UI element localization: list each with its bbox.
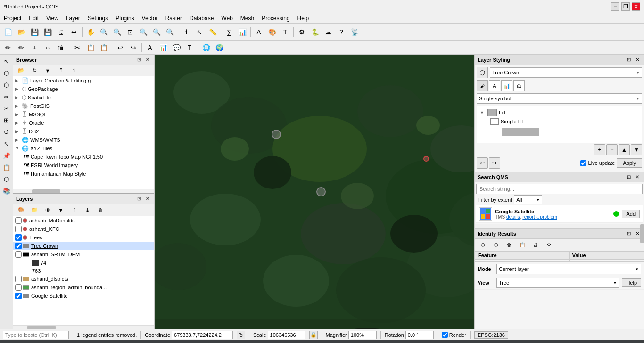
remove-symbol-button[interactable]: −: [606, 144, 618, 155]
layer-tool[interactable]: 📚: [1, 185, 12, 196]
browser-float-button[interactable]: ⊡: [135, 56, 143, 64]
text-annot-button[interactable]: T: [279, 26, 291, 38]
fill-color-swatch[interactable]: [502, 128, 539, 136]
simple-fill-row[interactable]: Simple fill: [479, 117, 640, 126]
browser-item-mssql[interactable]: ▶ 🗄 MSSQL: [13, 110, 154, 119]
identify-print-button[interactable]: 🖨: [529, 239, 542, 251]
open-layer-styling-button[interactable]: 🎨: [15, 204, 27, 216]
browser-refresh-button[interactable]: ↻: [28, 65, 41, 77]
identify-copy-button[interactable]: 📋: [516, 239, 528, 251]
open-stats-button[interactable]: 📊: [236, 26, 248, 38]
open-field-calc-button[interactable]: ∑: [223, 26, 235, 38]
close-button[interactable]: ✕: [632, 2, 640, 11]
measure-button[interactable]: 📏: [206, 26, 219, 38]
epsg-button[interactable]: EPSG:2136: [474, 331, 508, 339]
digitize-button[interactable]: ✏: [15, 41, 27, 54]
browser-item-db2[interactable]: ▶ 🗄 DB2: [13, 127, 154, 136]
menu-mesh[interactable]: Mesh: [237, 13, 258, 23]
layer-checkbox-tree-crown[interactable]: [15, 243, 22, 249]
zoom-in-button[interactable]: 🔍: [98, 26, 110, 38]
style-redo-button[interactable]: ↪: [489, 157, 500, 169]
browser-add-layer-button[interactable]: 📂: [15, 65, 27, 77]
locate-input[interactable]: [3, 331, 69, 339]
layer-checkbox-mcdonalds[interactable]: [15, 217, 22, 224]
diagram-button[interactable]: 📊: [157, 41, 169, 54]
qms-add-button[interactable]: Add: [622, 210, 640, 218]
minimize-button[interactable]: −: [611, 2, 619, 11]
annot-button[interactable]: 💬: [170, 41, 182, 54]
menu-view[interactable]: View: [42, 13, 62, 23]
layer-item-tree-crown[interactable]: Tree Crown: [13, 242, 154, 250]
search-qms-close-button[interactable]: ✕: [634, 173, 641, 181]
move-feature-button[interactable]: ↔: [41, 41, 54, 54]
layer-checkbox-region[interactable]: [15, 284, 22, 291]
search-qms-float-button[interactable]: ⊡: [625, 173, 633, 181]
save-project-button[interactable]: 💾: [28, 26, 41, 38]
zoom-native-button[interactable]: 🔍: [164, 26, 176, 38]
collapse-all-button[interactable]: ⤓: [81, 204, 93, 216]
plugin-installer-button[interactable]: ⚙: [296, 26, 308, 38]
brush-icon[interactable]: 🖌: [477, 80, 488, 91]
browser-close-button[interactable]: ✕: [144, 56, 151, 64]
new-project-button[interactable]: 📄: [2, 26, 14, 38]
view-combo[interactable]: Tree ▼: [496, 278, 619, 288]
rotation-input[interactable]: [405, 331, 434, 339]
renderer-combo[interactable]: Single symbol ▼: [477, 93, 642, 104]
add-feature-button[interactable]: +: [28, 41, 41, 54]
scale-tool[interactable]: ⤡: [1, 138, 12, 149]
browser-item-capetown[interactable]: 🗺 Cape Town Topo Map NGI 1:50: [13, 153, 154, 161]
render-checkbox[interactable]: [442, 332, 448, 338]
browser-item-esri[interactable]: 🗺 ESRI World Imagery: [13, 161, 154, 170]
up-symbol-button[interactable]: ▲: [619, 144, 630, 155]
browser-item-wms[interactable]: ▶ 🌐 WMS/WMTS: [13, 136, 154, 144]
undo-button[interactable]: ↩: [68, 26, 80, 38]
menu-vector[interactable]: Vector: [138, 13, 162, 23]
source-styling-icon[interactable]: 🗂: [513, 80, 525, 91]
qgis-cloud-button[interactable]: ☁: [322, 26, 334, 38]
help-button[interactable]: Help: [622, 278, 641, 287]
browser-item-humanitarian[interactable]: 🗺 Humanitarian Map Style: [13, 170, 154, 178]
search-qms-input[interactable]: [476, 184, 643, 194]
identify-button[interactable]: ℹ: [180, 26, 192, 38]
zoom-layer-button[interactable]: 🔍: [137, 26, 149, 38]
browser-info-button[interactable]: ℹ: [68, 65, 80, 77]
globe-button[interactable]: 🌐: [200, 41, 212, 54]
layer-checkbox-kfc[interactable]: [15, 226, 22, 232]
menu-edit[interactable]: Edit: [25, 13, 42, 23]
layers-float-button[interactable]: ⊡: [135, 195, 143, 203]
layer-item-trees[interactable]: Trees: [13, 233, 154, 242]
browser-item-layer-creation[interactable]: ▶ 📄 Layer Creation & Editing.g...: [13, 76, 154, 85]
down-symbol-button[interactable]: ▼: [631, 144, 642, 155]
delete-feature-button[interactable]: 🗑: [55, 41, 67, 54]
layer-name-combo[interactable]: Tree Crown ▼: [490, 67, 642, 78]
menu-project[interactable]: Project: [0, 13, 25, 23]
add-symbol-button[interactable]: +: [594, 144, 605, 155]
menu-raster[interactable]: Raster: [162, 13, 186, 23]
label-tool-button[interactable]: A: [144, 41, 156, 54]
identify-settings-button[interactable]: ⚙: [543, 239, 555, 251]
browser-item-geopackage[interactable]: ▶ ⬡ GeoPackage: [13, 85, 154, 93]
coordinate-input[interactable]: [172, 331, 233, 339]
menu-web[interactable]: Web: [217, 13, 236, 23]
save-as-button[interactable]: 💾: [41, 26, 54, 38]
apply-button[interactable]: Apply: [617, 158, 642, 168]
layers-close-button[interactable]: ✕: [144, 195, 151, 203]
menu-settings[interactable]: Settings: [84, 13, 112, 23]
label-styling-icon[interactable]: A: [489, 80, 500, 91]
style-undo-button[interactable]: ↩: [477, 157, 488, 169]
label-button[interactable]: A: [253, 26, 265, 38]
select-tool[interactable]: ↖: [1, 56, 12, 67]
add-feature-tool[interactable]: ⬡: [1, 67, 12, 79]
edit-tool[interactable]: ✏: [1, 91, 12, 102]
menu-layer[interactable]: Layer: [62, 13, 84, 23]
qms-details-link[interactable]: details: [506, 214, 520, 220]
menu-plugins[interactable]: Plugins: [112, 13, 138, 23]
browser-item-postgis[interactable]: ▶ 🐘 PostGIS: [13, 102, 154, 110]
identify-results-float-button[interactable]: ⊡: [625, 230, 633, 237]
fill-expand-icon[interactable]: ▼: [480, 110, 486, 115]
help-button[interactable]: ?: [335, 26, 347, 38]
layer-item-mcdonalds[interactable]: ashanti_McDonalds: [13, 216, 154, 225]
paste-button[interactable]: 📋: [98, 41, 110, 54]
filter-extent-combo[interactable]: All ▼: [514, 195, 542, 204]
diagram-styling-icon[interactable]: 📊: [501, 80, 512, 91]
